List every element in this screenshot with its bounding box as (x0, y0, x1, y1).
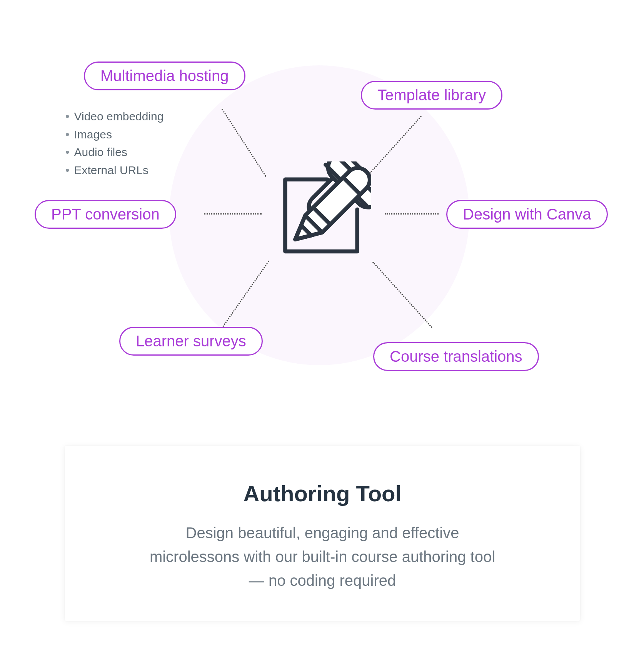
card-description: Design beautiful, engaging and effective… (145, 521, 499, 592)
feature-template-library[interactable]: Template library (361, 81, 502, 110)
card-title: Authoring Tool (111, 481, 534, 506)
feature-course-translations[interactable]: Course translations (373, 342, 539, 371)
feature-learner-surveys[interactable]: Learner surveys (119, 327, 263, 356)
feature-multimedia-bullets: Video embedding Images Audio files Exter… (65, 108, 164, 179)
feature-multimedia-hosting[interactable]: Multimedia hosting (84, 62, 245, 90)
bullet-item: External URLs (65, 161, 164, 180)
authoring-tool-card: Authoring Tool Design beautiful, engagin… (65, 446, 580, 621)
feature-diagram: Multimedia hosting Video embedding Image… (0, 0, 644, 404)
bullet-item: Images (65, 126, 164, 144)
feature-design-with-canva[interactable]: Design with Canva (446, 200, 608, 229)
bullet-item: Audio files (65, 143, 164, 161)
feature-ppt-conversion[interactable]: PPT conversion (35, 200, 176, 229)
pencil-square-icon (271, 161, 371, 261)
bullet-item: Video embedding (65, 108, 164, 126)
connector (385, 213, 439, 215)
connector (204, 213, 262, 215)
